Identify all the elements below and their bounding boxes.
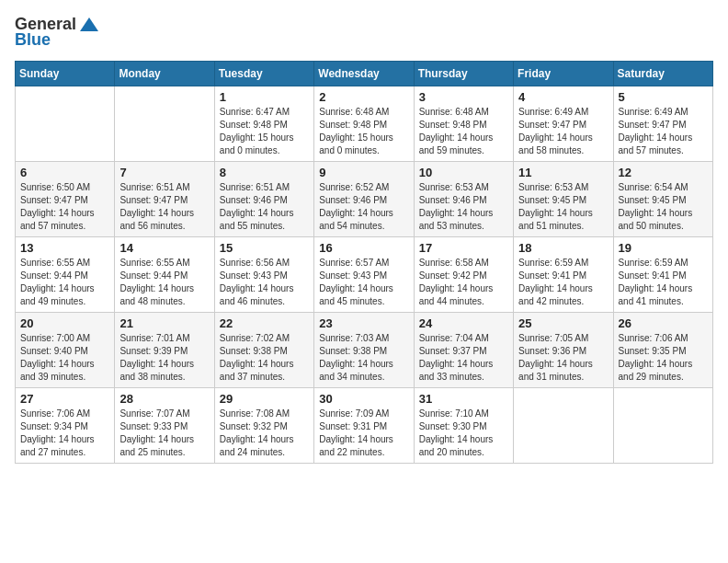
- day-number: 21: [119, 316, 209, 330]
- day-number: 14: [119, 241, 209, 255]
- day-cell: 28Sunrise: 7:07 AM Sunset: 9:33 PM Dayli…: [115, 388, 214, 464]
- day-cell: 8Sunrise: 6:51 AM Sunset: 9:46 PM Daylig…: [214, 162, 313, 237]
- day-info: Sunrise: 7:02 AM Sunset: 9:38 PM Dayligh…: [220, 332, 309, 384]
- day-number: 5: [619, 90, 708, 104]
- day-info: Sunrise: 6:49 AM Sunset: 9:47 PM Dayligh…: [518, 106, 608, 157]
- day-info: Sunrise: 6:49 AM Sunset: 9:47 PM Dayligh…: [619, 106, 708, 157]
- day-number: 16: [319, 241, 408, 255]
- day-info: Sunrise: 7:01 AM Sunset: 9:39 PM Dayligh…: [119, 332, 209, 384]
- day-cell: 17Sunrise: 6:58 AM Sunset: 9:42 PM Dayli…: [414, 237, 513, 313]
- day-info: Sunrise: 6:51 AM Sunset: 9:47 PM Dayligh…: [119, 181, 209, 233]
- day-cell: 23Sunrise: 7:03 AM Sunset: 9:38 PM Dayli…: [314, 313, 414, 388]
- day-info: Sunrise: 7:04 AM Sunset: 9:37 PM Dayligh…: [419, 332, 508, 384]
- day-info: Sunrise: 6:48 AM Sunset: 9:48 PM Dayligh…: [319, 106, 408, 157]
- day-cell: 16Sunrise: 6:57 AM Sunset: 9:43 PM Dayli…: [314, 237, 414, 313]
- day-cell: 2Sunrise: 6:48 AM Sunset: 9:48 PM Daylig…: [314, 86, 414, 162]
- day-number: 3: [419, 90, 508, 104]
- day-number: 8: [220, 166, 309, 179]
- day-number: 4: [518, 90, 608, 104]
- day-info: Sunrise: 7:00 AM Sunset: 9:40 PM Dayligh…: [20, 332, 109, 384]
- day-cell: 14Sunrise: 6:55 AM Sunset: 9:44 PM Dayli…: [115, 237, 214, 313]
- day-info: Sunrise: 7:05 AM Sunset: 9:36 PM Dayligh…: [518, 332, 608, 384]
- day-number: 17: [419, 241, 508, 255]
- week-row-1: 1Sunrise: 6:47 AM Sunset: 9:48 PM Daylig…: [16, 86, 713, 162]
- week-row-3: 13Sunrise: 6:55 AM Sunset: 9:44 PM Dayli…: [16, 237, 713, 313]
- day-info: Sunrise: 7:03 AM Sunset: 9:38 PM Dayligh…: [319, 332, 408, 384]
- day-cell: 20Sunrise: 7:00 AM Sunset: 9:40 PM Dayli…: [16, 313, 115, 388]
- header: General Blue: [15, 15, 713, 50]
- day-cell: 6Sunrise: 6:50 AM Sunset: 9:47 PM Daylig…: [16, 162, 115, 237]
- day-info: Sunrise: 7:08 AM Sunset: 9:32 PM Dayligh…: [220, 408, 309, 459]
- day-cell: 24Sunrise: 7:04 AM Sunset: 9:37 PM Dayli…: [414, 313, 513, 388]
- column-header-tuesday: Tuesday: [214, 62, 313, 86]
- week-row-2: 6Sunrise: 6:50 AM Sunset: 9:47 PM Daylig…: [16, 162, 713, 237]
- day-number: 12: [619, 166, 708, 179]
- day-cell: 7Sunrise: 6:51 AM Sunset: 9:47 PM Daylig…: [115, 162, 214, 237]
- day-cell: 3Sunrise: 6:48 AM Sunset: 9:48 PM Daylig…: [414, 86, 513, 162]
- day-info: Sunrise: 7:06 AM Sunset: 9:35 PM Dayligh…: [619, 332, 708, 384]
- logo-blue: Blue: [15, 30, 51, 50]
- day-cell: 31Sunrise: 7:10 AM Sunset: 9:30 PM Dayli…: [414, 388, 513, 464]
- day-number: 2: [319, 90, 408, 104]
- day-info: Sunrise: 6:59 AM Sunset: 9:41 PM Dayligh…: [518, 257, 608, 308]
- day-info: Sunrise: 6:58 AM Sunset: 9:42 PM Dayligh…: [419, 257, 508, 308]
- day-cell: 15Sunrise: 6:56 AM Sunset: 9:43 PM Dayli…: [214, 237, 313, 313]
- logo: General Blue: [15, 15, 99, 50]
- header-row: SundayMondayTuesdayWednesdayThursdayFrid…: [16, 62, 713, 86]
- day-cell: [613, 388, 712, 464]
- day-number: 30: [319, 392, 408, 406]
- day-info: Sunrise: 6:53 AM Sunset: 9:45 PM Dayligh…: [518, 181, 608, 233]
- day-number: 18: [518, 241, 608, 255]
- day-cell: 11Sunrise: 6:53 AM Sunset: 9:45 PM Dayli…: [514, 162, 613, 237]
- day-info: Sunrise: 7:07 AM Sunset: 9:33 PM Dayligh…: [119, 408, 209, 459]
- logo-icon: [79, 17, 99, 33]
- column-header-saturday: Saturday: [613, 62, 712, 86]
- day-number: 15: [220, 241, 309, 255]
- week-row-4: 20Sunrise: 7:00 AM Sunset: 9:40 PM Dayli…: [16, 313, 713, 388]
- column-header-wednesday: Wednesday: [314, 62, 414, 86]
- day-number: 13: [20, 241, 109, 255]
- day-info: Sunrise: 6:48 AM Sunset: 9:48 PM Dayligh…: [419, 106, 508, 157]
- day-number: 22: [220, 316, 309, 330]
- day-number: 31: [419, 392, 508, 406]
- day-cell: 26Sunrise: 7:06 AM Sunset: 9:35 PM Dayli…: [613, 313, 712, 388]
- week-row-5: 27Sunrise: 7:06 AM Sunset: 9:34 PM Dayli…: [16, 388, 713, 464]
- day-number: 24: [419, 316, 508, 330]
- day-cell: 9Sunrise: 6:52 AM Sunset: 9:46 PM Daylig…: [314, 162, 414, 237]
- day-number: 1: [220, 90, 309, 104]
- day-cell: [16, 86, 115, 162]
- day-info: Sunrise: 6:55 AM Sunset: 9:44 PM Dayligh…: [119, 257, 209, 308]
- column-header-thursday: Thursday: [414, 62, 513, 86]
- day-cell: 13Sunrise: 6:55 AM Sunset: 9:44 PM Dayli…: [16, 237, 115, 313]
- day-number: 10: [419, 166, 508, 179]
- day-number: 26: [619, 316, 708, 330]
- day-number: 23: [319, 316, 408, 330]
- day-cell: 30Sunrise: 7:09 AM Sunset: 9:31 PM Dayli…: [314, 388, 414, 464]
- svg-marker-0: [80, 17, 98, 31]
- day-info: Sunrise: 6:53 AM Sunset: 9:46 PM Dayligh…: [419, 181, 508, 233]
- day-cell: 1Sunrise: 6:47 AM Sunset: 9:48 PM Daylig…: [214, 86, 313, 162]
- day-cell: 18Sunrise: 6:59 AM Sunset: 9:41 PM Dayli…: [514, 237, 613, 313]
- day-info: Sunrise: 6:51 AM Sunset: 9:46 PM Dayligh…: [220, 181, 309, 233]
- day-cell: 22Sunrise: 7:02 AM Sunset: 9:38 PM Dayli…: [214, 313, 313, 388]
- day-cell: 5Sunrise: 6:49 AM Sunset: 9:47 PM Daylig…: [613, 86, 712, 162]
- day-info: Sunrise: 6:57 AM Sunset: 9:43 PM Dayligh…: [319, 257, 408, 308]
- day-info: Sunrise: 6:59 AM Sunset: 9:41 PM Dayligh…: [619, 257, 708, 308]
- day-cell: [115, 86, 214, 162]
- day-number: 6: [20, 166, 109, 179]
- day-info: Sunrise: 6:47 AM Sunset: 9:48 PM Dayligh…: [220, 106, 309, 157]
- calendar-table: SundayMondayTuesdayWednesdayThursdayFrid…: [15, 61, 713, 464]
- day-number: 11: [518, 166, 608, 179]
- day-cell: 4Sunrise: 6:49 AM Sunset: 9:47 PM Daylig…: [514, 86, 613, 162]
- day-info: Sunrise: 7:09 AM Sunset: 9:31 PM Dayligh…: [319, 408, 408, 459]
- day-cell: 29Sunrise: 7:08 AM Sunset: 9:32 PM Dayli…: [214, 388, 313, 464]
- day-info: Sunrise: 6:52 AM Sunset: 9:46 PM Dayligh…: [319, 181, 408, 233]
- day-cell: 10Sunrise: 6:53 AM Sunset: 9:46 PM Dayli…: [414, 162, 513, 237]
- day-cell: 27Sunrise: 7:06 AM Sunset: 9:34 PM Dayli…: [16, 388, 115, 464]
- day-cell: [514, 388, 613, 464]
- day-cell: 21Sunrise: 7:01 AM Sunset: 9:39 PM Dayli…: [115, 313, 214, 388]
- day-cell: 25Sunrise: 7:05 AM Sunset: 9:36 PM Dayli…: [514, 313, 613, 388]
- day-info: Sunrise: 6:55 AM Sunset: 9:44 PM Dayligh…: [20, 257, 109, 308]
- day-info: Sunrise: 6:56 AM Sunset: 9:43 PM Dayligh…: [220, 257, 309, 308]
- day-info: Sunrise: 6:54 AM Sunset: 9:45 PM Dayligh…: [619, 181, 708, 233]
